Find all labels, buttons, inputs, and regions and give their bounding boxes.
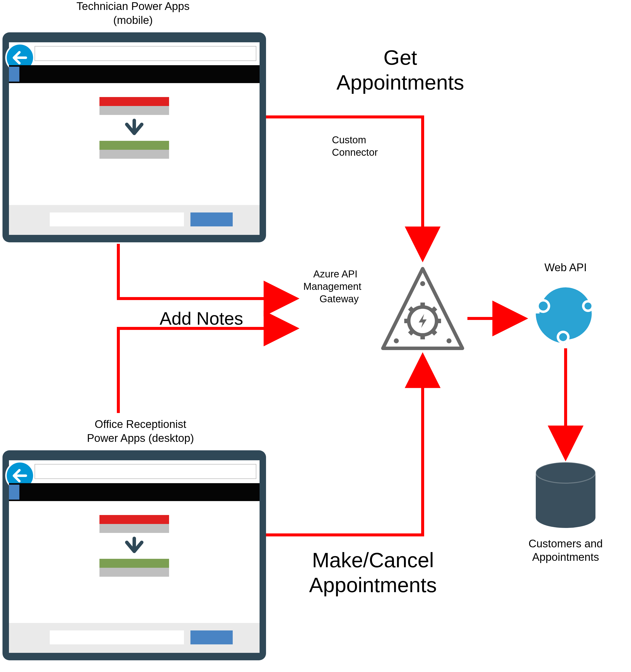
- receptionist-label-line1: Office Receptionist: [95, 418, 186, 430]
- svg-text:Custom: Custom: [332, 134, 366, 145]
- svg-rect-43: [404, 319, 410, 323]
- svg-rect-24: [99, 524, 169, 533]
- svg-rect-11: [99, 150, 169, 159]
- receptionist-app-mockup: [2, 450, 266, 660]
- svg-point-54: [584, 303, 591, 310]
- svg-point-53: [539, 302, 548, 311]
- svg-text:Gateway: Gateway: [320, 293, 359, 304]
- web-api-icon: [536, 284, 596, 343]
- api-gateway-icon: [383, 269, 510, 363]
- svg-rect-25: [99, 559, 169, 568]
- svg-text:Management: Management: [303, 281, 361, 292]
- svg-point-58: [536, 507, 596, 528]
- svg-rect-2: [35, 46, 256, 61]
- make-cancel-label: Make/Cancel Appointments: [309, 548, 437, 597]
- web-api-label: Web API: [545, 261, 587, 273]
- arrow-add-notes-top: [118, 244, 296, 298]
- svg-rect-29: [191, 630, 233, 644]
- arrow-make-cancel: [266, 356, 423, 535]
- gateway-label: Azure API Management Gateway: [303, 268, 361, 304]
- svg-text:Appointments: Appointments: [336, 71, 464, 94]
- svg-text:Appointments: Appointments: [532, 551, 599, 563]
- add-notes-label: Add Notes: [160, 309, 243, 329]
- database-icon: [536, 462, 596, 528]
- svg-point-38: [394, 338, 399, 343]
- svg-point-39: [447, 338, 452, 343]
- receptionist-label-line2: Power Apps (desktop): [87, 432, 194, 444]
- svg-text:Customers and: Customers and: [529, 537, 603, 550]
- svg-text:Connector: Connector: [332, 147, 378, 158]
- svg-rect-8: [99, 97, 169, 106]
- svg-text:Azure API: Azure API: [313, 268, 357, 280]
- svg-rect-41: [421, 303, 425, 308]
- svg-rect-20: [9, 483, 259, 501]
- svg-point-37: [420, 281, 425, 286]
- technician-label: Technician Power Apps (mobile): [77, 0, 190, 26]
- svg-rect-17: [35, 464, 256, 479]
- technician-label-line2: (mobile): [113, 14, 153, 26]
- arrow-add-notes-bottom: [118, 329, 296, 413]
- svg-text:Make/Cancel: Make/Cancel: [312, 548, 434, 572]
- svg-point-55: [559, 333, 567, 341]
- svg-rect-28: [50, 630, 184, 644]
- get-appointments-label: Get Appointments: [336, 46, 464, 94]
- svg-text:Get: Get: [383, 46, 417, 69]
- technician-label-line1: Technician Power Apps: [77, 0, 190, 12]
- database-label: Customers and Appointments: [529, 537, 603, 563]
- svg-rect-14: [191, 213, 233, 226]
- svg-rect-26: [99, 568, 169, 577]
- svg-rect-5: [9, 65, 259, 83]
- svg-rect-44: [435, 319, 441, 323]
- svg-rect-6: [9, 67, 19, 81]
- svg-rect-10: [99, 141, 169, 150]
- svg-text:Appointments: Appointments: [309, 573, 437, 597]
- custom-connector-label: Custom Connector: [332, 134, 378, 158]
- svg-rect-23: [99, 515, 169, 524]
- receptionist-label: Office Receptionist Power Apps (desktop): [87, 418, 194, 444]
- svg-rect-42: [421, 334, 425, 339]
- svg-rect-9: [99, 106, 169, 115]
- svg-rect-13: [50, 213, 184, 226]
- technician-app-mockup: [2, 32, 266, 242]
- svg-rect-21: [9, 485, 19, 500]
